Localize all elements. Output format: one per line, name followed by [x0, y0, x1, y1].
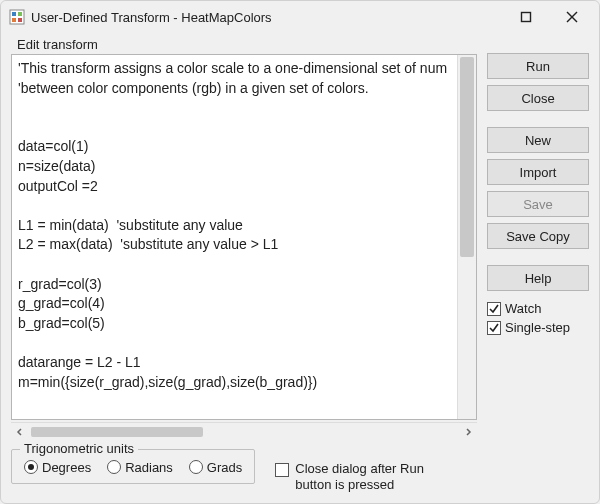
window-title: User-Defined Transform - HeatMapColors — [31, 10, 272, 25]
radio-degrees[interactable]: Degrees — [24, 460, 91, 475]
close-after-run-checkbox[interactable]: Close dialog after Run button is pressed — [275, 461, 445, 494]
radio-icon — [24, 460, 38, 474]
vertical-scrollbar[interactable] — [457, 55, 476, 419]
help-button[interactable]: Help — [487, 265, 589, 291]
right-panel: Run Close New Import Save Save Copy Help… — [487, 37, 589, 441]
svg-rect-2 — [18, 12, 22, 16]
checkbox-icon — [487, 321, 501, 335]
close-button[interactable]: Close — [487, 85, 589, 111]
new-button[interactable]: New — [487, 127, 589, 153]
code-editor-frame: 'This transform assigns a color scale to… — [11, 54, 477, 420]
grads-label: Grads — [207, 460, 242, 475]
dialog-body: Edit transform 'This transform assigns a… — [1, 33, 599, 503]
window: User-Defined Transform - HeatMapColors E… — [0, 0, 600, 504]
close-after-run-label: Close dialog after Run button is pressed — [295, 461, 445, 494]
save-copy-button[interactable]: Save Copy — [487, 223, 589, 249]
app-icon — [9, 9, 25, 25]
watch-label: Watch — [505, 301, 541, 316]
close-window-button[interactable] — [549, 1, 595, 33]
radians-label: Radians — [125, 460, 173, 475]
scroll-left-icon[interactable] — [11, 423, 29, 441]
svg-rect-5 — [522, 13, 531, 22]
code-editor[interactable]: 'This transform assigns a color scale to… — [12, 55, 457, 419]
save-button[interactable]: Save — [487, 191, 589, 217]
edit-transform-label: Edit transform — [17, 37, 477, 52]
import-button[interactable]: Import — [487, 159, 589, 185]
svg-rect-4 — [18, 18, 22, 22]
checkbox-icon — [487, 302, 501, 316]
svg-rect-3 — [12, 18, 16, 22]
horizontal-scrollbar[interactable] — [11, 422, 477, 441]
trig-units-group: Trigonometric units Degrees Radians Grad… — [11, 449, 255, 484]
radio-grads[interactable]: Grads — [189, 460, 242, 475]
titlebar: User-Defined Transform - HeatMapColors — [1, 1, 599, 33]
horizontal-scroll-thumb[interactable] — [31, 427, 203, 437]
checkbox-icon — [275, 463, 289, 477]
run-button[interactable]: Run — [487, 53, 589, 79]
maximize-button[interactable] — [503, 1, 549, 33]
degrees-label: Degrees — [42, 460, 91, 475]
single-step-checkbox[interactable]: Single-step — [487, 320, 589, 335]
radio-radians[interactable]: Radians — [107, 460, 173, 475]
close-icon — [566, 11, 578, 23]
maximize-icon — [520, 11, 532, 23]
scroll-right-icon[interactable] — [459, 423, 477, 441]
single-step-label: Single-step — [505, 320, 570, 335]
vertical-scroll-thumb[interactable] — [460, 57, 474, 257]
radio-icon — [107, 460, 121, 474]
watch-checkbox[interactable]: Watch — [487, 301, 589, 316]
radio-icon — [189, 460, 203, 474]
svg-rect-1 — [12, 12, 16, 16]
edit-transform-group: Edit transform 'This transform assigns a… — [11, 37, 477, 441]
trig-units-legend: Trigonometric units — [20, 441, 138, 456]
